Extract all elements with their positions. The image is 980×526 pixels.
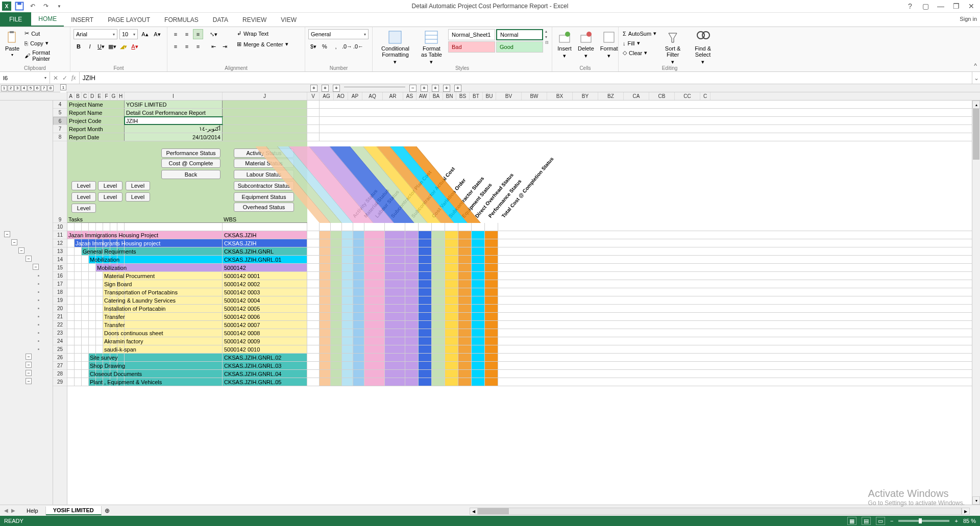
cell[interactable] bbox=[307, 354, 320, 361]
cell[interactable] bbox=[445, 378, 458, 386]
cell[interactable] bbox=[82, 337, 89, 345]
cell[interactable] bbox=[331, 296, 342, 304]
cell[interactable] bbox=[82, 296, 89, 304]
cell[interactable] bbox=[75, 329, 82, 337]
cell[interactable] bbox=[472, 231, 485, 239]
row-number[interactable]: 25 bbox=[53, 345, 67, 354]
col-outline-expand[interactable]: + bbox=[443, 85, 450, 92]
tab-review[interactable]: REVIEW bbox=[235, 14, 274, 27]
cell[interactable] bbox=[405, 239, 419, 247]
cell[interactable] bbox=[82, 280, 89, 288]
cell[interactable] bbox=[432, 362, 445, 369]
cell[interactable] bbox=[307, 305, 320, 312]
format-cells-button[interactable]: Format▾ bbox=[598, 29, 620, 60]
cell[interactable] bbox=[445, 329, 458, 337]
cell[interactable] bbox=[405, 354, 419, 361]
cell[interactable] bbox=[472, 296, 485, 304]
cell[interactable] bbox=[89, 345, 96, 353]
cell[interactable]: CKSAS.JZIH bbox=[223, 231, 307, 239]
form-button[interactable]: Back bbox=[161, 170, 220, 179]
cell[interactable] bbox=[96, 313, 103, 320]
col-outline-expand[interactable]: + bbox=[454, 85, 461, 92]
cell[interactable] bbox=[353, 370, 364, 378]
cell[interactable] bbox=[364, 305, 385, 312]
cell[interactable]: Report Name bbox=[67, 109, 125, 116]
col-header[interactable]: BN bbox=[443, 92, 456, 100]
row-outline-toggle[interactable]: − bbox=[11, 239, 17, 245]
cell[interactable] bbox=[103, 378, 110, 386]
font-name-select[interactable]: Arial▾ bbox=[74, 29, 117, 39]
cell[interactable] bbox=[89, 305, 96, 312]
find-select-button[interactable]: Find & Select▾ bbox=[688, 29, 718, 66]
cell[interactable] bbox=[125, 239, 223, 247]
outline-level-1[interactable]: 1 bbox=[1, 85, 7, 91]
zoom-level[interactable]: 85 % bbox=[963, 518, 976, 524]
cell[interactable] bbox=[125, 256, 223, 263]
cell[interactable] bbox=[89, 256, 96, 263]
cell[interactable]: 5000142 0007 bbox=[223, 321, 307, 329]
cell[interactable] bbox=[364, 247, 385, 255]
cell[interactable] bbox=[103, 272, 110, 280]
cell[interactable] bbox=[125, 378, 223, 386]
cell[interactable] bbox=[385, 378, 405, 386]
cell[interactable] bbox=[364, 329, 385, 337]
form-button[interactable]: Level bbox=[71, 204, 96, 213]
cell[interactable] bbox=[89, 378, 96, 386]
cell[interactable]: 5000142 0003 bbox=[223, 288, 307, 296]
cell[interactable] bbox=[385, 247, 405, 255]
col-header[interactable]: I bbox=[125, 92, 223, 100]
cell[interactable] bbox=[75, 362, 82, 369]
row-number[interactable]: 12 bbox=[53, 239, 67, 247]
form-button[interactable]: Labour Status bbox=[234, 170, 294, 179]
cell[interactable] bbox=[110, 272, 117, 280]
cell[interactable] bbox=[342, 337, 353, 345]
cell[interactable] bbox=[331, 362, 342, 369]
outline-level-8[interactable]: 8 bbox=[47, 85, 54, 91]
cell[interactable] bbox=[125, 345, 223, 353]
cell[interactable] bbox=[320, 354, 331, 361]
cell[interactable] bbox=[342, 305, 353, 312]
cell[interactable] bbox=[307, 272, 320, 280]
cell[interactable] bbox=[67, 362, 75, 369]
cell[interactable] bbox=[110, 329, 117, 337]
row-number[interactable]: 22 bbox=[53, 321, 67, 329]
increase-decimal-icon[interactable]: .0→ bbox=[342, 41, 352, 52]
cell[interactable]: CKSAS.JZIH.GNRL.02 bbox=[223, 354, 307, 361]
cell[interactable] bbox=[405, 329, 419, 337]
cell[interactable] bbox=[75, 239, 82, 247]
cell[interactable]: CKSAS.JZIH.GNRL.03 bbox=[223, 362, 307, 369]
cell[interactable] bbox=[89, 247, 96, 255]
cell[interactable] bbox=[96, 354, 103, 361]
col-header[interactable]: AW bbox=[416, 92, 430, 100]
tab-page-layout[interactable]: PAGE LAYOUT bbox=[101, 14, 157, 27]
cell[interactable] bbox=[364, 239, 385, 247]
cell[interactable] bbox=[307, 231, 320, 239]
cell[interactable] bbox=[307, 223, 320, 231]
cell[interactable] bbox=[342, 321, 353, 329]
cell[interactable] bbox=[125, 223, 223, 231]
col-header[interactable]: BS bbox=[456, 92, 470, 100]
cell[interactable] bbox=[89, 231, 96, 239]
styles-up-icon[interactable]: ▴ bbox=[545, 29, 549, 34]
cell[interactable] bbox=[67, 329, 75, 337]
cell[interactable] bbox=[445, 272, 458, 280]
cell[interactable] bbox=[364, 223, 385, 231]
cell[interactable] bbox=[67, 247, 75, 255]
format-painter-button[interactable]: 🖌Format Painter bbox=[23, 48, 67, 63]
cell[interactable] bbox=[385, 345, 405, 353]
merge-center-button[interactable]: ⊞Merge & Center ▾ bbox=[236, 40, 289, 48]
cell[interactable] bbox=[405, 370, 419, 378]
cell[interactable] bbox=[432, 247, 445, 255]
cell[interactable] bbox=[331, 378, 342, 386]
cell[interactable] bbox=[75, 321, 82, 329]
italic-button[interactable]: I bbox=[85, 41, 95, 52]
cell[interactable] bbox=[96, 370, 103, 378]
cell[interactable] bbox=[103, 223, 110, 231]
increase-indent-icon[interactable]: ⇥ bbox=[219, 41, 230, 52]
cell[interactable] bbox=[419, 345, 432, 353]
cell[interactable] bbox=[432, 354, 445, 361]
form-button[interactable]: Cost @ Complete bbox=[161, 159, 220, 168]
clear-button[interactable]: ◇Clear ▾ bbox=[622, 48, 657, 57]
cell[interactable] bbox=[331, 264, 342, 271]
align-left-icon[interactable]: ≡ bbox=[170, 41, 181, 52]
